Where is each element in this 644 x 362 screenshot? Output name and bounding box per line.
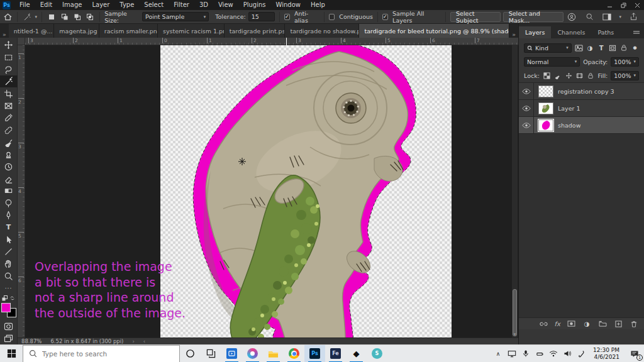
taskbar-app-fe[interactable]: Fe (325, 345, 346, 362)
layer-thumbnail[interactable] (538, 85, 553, 97)
vertical-scrollbar[interactable]: ▾ (512, 45, 518, 337)
layer-thumbnail[interactable] (538, 119, 553, 131)
layer-row-layer-1[interactable]: Layer 1 (519, 100, 644, 117)
filter-adjustment-layers-icon[interactable]: ◑ (586, 43, 594, 52)
sample-all-layers-checkbox[interactable] (382, 14, 388, 20)
home-icon[interactable] (3, 11, 13, 23)
layer-name[interactable]: Layer 1 (558, 105, 580, 112)
fill-dropdown[interactable]: 100% ▾ (611, 71, 639, 80)
visibility-eye-icon[interactable] (519, 83, 534, 100)
adjustment-layer-icon[interactable]: ◑ (582, 319, 592, 328)
crop-tool[interactable] (0, 87, 18, 99)
canvas-surface[interactable] (160, 45, 452, 337)
tab-channels[interactable]: Channels (551, 26, 591, 38)
line-tool[interactable] (0, 246, 18, 258)
task-view-button[interactable] (201, 345, 221, 362)
visibility-eye-icon[interactable] (519, 100, 534, 117)
tab-tardigrade-no-shadow[interactable]: tardigrade no shadow.png× (285, 24, 359, 38)
menu-filter[interactable]: Filter (169, 0, 194, 10)
history-brush-tool[interactable] (0, 160, 18, 172)
minimize-icon[interactable] (602, 0, 616, 10)
lock-artboard-icon[interactable] (575, 71, 584, 80)
path-select-tool[interactable] (0, 234, 18, 246)
frame-tool[interactable] (0, 100, 18, 112)
tray-chevron-up-icon[interactable]: ∧ (492, 345, 504, 362)
lock-all-icon[interactable] (587, 71, 595, 80)
menu-3d[interactable]: 3D (194, 0, 213, 10)
menu-edit[interactable]: Edit (35, 0, 57, 10)
zoom-tool[interactable] (0, 270, 18, 282)
filter-toggle-icon[interactable]: ● (631, 43, 639, 52)
cortana-button[interactable] (180, 345, 201, 362)
clone-stamp-tool[interactable] (0, 148, 18, 160)
layer-thumbnail[interactable] (538, 102, 553, 114)
gradient-tool[interactable] (0, 185, 18, 197)
layer-row-shadow[interactable]: shadow (519, 117, 644, 134)
filter-pixel-layers-icon[interactable] (575, 43, 583, 52)
start-button[interactable] (0, 345, 23, 362)
foreground-color-swatch[interactable] (1, 303, 11, 312)
select-subject-button[interactable]: Select Subject (450, 12, 501, 22)
pen-tool[interactable] (0, 209, 18, 221)
zoom-level[interactable]: 88.87% (21, 338, 42, 344)
eraser-tool[interactable] (0, 173, 18, 185)
status-arrow-right-icon[interactable]: › (132, 338, 134, 344)
tab-layers[interactable]: Layers (519, 26, 551, 38)
menu-file[interactable]: File (14, 0, 35, 10)
select-and-mask-button[interactable]: Select and Mask... (503, 12, 564, 22)
notification-center-button[interactable]: 1 (625, 345, 644, 362)
taskbar-clock[interactable]: 12:30 PM 4/6/2021 (589, 347, 624, 361)
filter-type-layers-icon[interactable]: T (597, 43, 606, 52)
brush-tool[interactable] (0, 136, 18, 148)
chevron-down-icon[interactable]: ▾ (619, 14, 621, 19)
taskbar-app-media-player[interactable] (242, 345, 263, 362)
menu-type[interactable]: Type (114, 0, 139, 10)
sample-size-dropdown[interactable]: Point Sample ▾ (142, 12, 209, 21)
new-selection-icon[interactable] (47, 11, 57, 23)
tab-overflow-left-icon[interactable]: » (0, 31, 9, 38)
magic-wand-tool[interactable] (0, 75, 18, 87)
lock-position-icon[interactable] (565, 71, 573, 80)
taskbar-search[interactable] (23, 345, 180, 362)
menu-select[interactable]: Select (139, 0, 169, 10)
taskbar-app-chrome[interactable] (284, 345, 304, 362)
quick-mask-icon[interactable] (0, 320, 18, 332)
tab-untitled-1[interactable]: ntitled-1 @...× (9, 24, 55, 38)
taskbar-app-inkscape[interactable]: ◆ (346, 345, 367, 362)
tab-paths[interactable]: Paths (591, 26, 620, 38)
move-tool[interactable] (0, 39, 18, 51)
tab-tardigrade-for-bleed-tutorial[interactable]: tardigrade for bleed tutorial.png @ 88.9… (359, 24, 509, 38)
tolerance-input[interactable] (248, 12, 275, 21)
layer-style-icon[interactable]: fx (555, 321, 560, 327)
dodge-tool[interactable] (0, 197, 18, 209)
menu-view[interactable]: View (213, 0, 238, 10)
new-layer-icon[interactable] (613, 319, 623, 328)
layer-row-registration-copy-3[interactable]: registration copy 3 (519, 83, 644, 100)
vertical-scrollbar-thumb[interactable] (513, 289, 517, 336)
subtract-from-selection-icon[interactable] (72, 11, 82, 23)
menu-image[interactable]: Image (57, 0, 87, 10)
tray-wifi-icon[interactable] (547, 345, 560, 362)
hand-tool[interactable] (0, 258, 18, 270)
taskbar-search-input[interactable] (42, 350, 168, 358)
edit-toolbar-icon[interactable]: ··· (0, 282, 18, 294)
menu-help[interactable]: Help (306, 0, 330, 10)
restore-icon[interactable] (616, 0, 630, 10)
healing-brush-tool[interactable] (0, 124, 18, 136)
workspace-layout-icon[interactable] (601, 11, 613, 23)
lasso-tool[interactable] (0, 63, 18, 75)
tool-preset-magic-wand-icon[interactable] (22, 11, 32, 23)
account-icon[interactable] (566, 11, 577, 23)
scroll-down-icon[interactable]: ▾ (512, 331, 518, 337)
blend-mode-dropdown[interactable]: Normal ▾ (524, 57, 580, 67)
share-icon[interactable] (628, 11, 639, 23)
taskbar-app-screencast[interactable]: S (367, 345, 387, 362)
visibility-eye-icon[interactable] (519, 117, 534, 134)
menu-plugins[interactable]: Plugins (238, 0, 271, 10)
tab-overflow-right-icon[interactable]: » (509, 31, 518, 38)
tray-volume-icon[interactable] (561, 345, 574, 362)
taskbar-app-movies[interactable] (221, 345, 242, 362)
chevron-down-icon[interactable]: ▾ (35, 14, 38, 19)
add-to-selection-icon[interactable] (59, 11, 69, 23)
layer-name[interactable]: shadow (558, 122, 580, 129)
